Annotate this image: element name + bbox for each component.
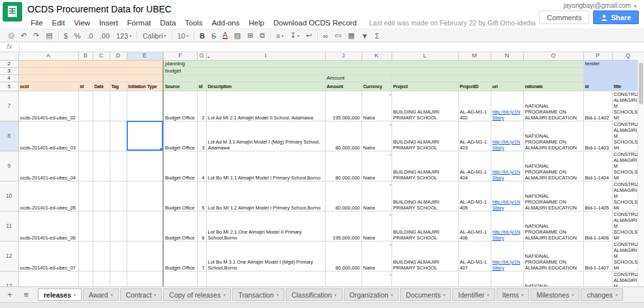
cell-L7[interactable]: BUILDING ALMAJIRI PRIMARY SCHOOL [391,91,458,121]
uri-link[interactable]: http://bit.ly/1NSbsry [493,230,521,240]
cell-M9[interactable]: AL-AD-M1-1 404 [458,151,491,181]
column-header-F[interactable]: F [163,52,197,60]
menu-format[interactable]: Format [123,19,155,27]
cell-J13[interactable]: 80,000,000 [325,271,361,286]
cell-B10[interactable] [78,181,93,211]
cell-K8[interactable]: Naira▾ [361,121,391,151]
cell-F10[interactable]: Budget Office [163,181,197,211]
section-cell[interactable] [18,74,163,82]
sheet-tab-menu-caret[interactable]: ▾ [223,292,225,297]
cell-P8[interactable]: Bid-1-1403 [583,121,612,151]
field-header-initiation_type[interactable]: Initiation Type [127,82,163,91]
menu-insert[interactable]: Insert [95,19,123,27]
field-header-amount[interactable]: Amount [325,82,361,91]
cell-P12[interactable]: Bid-1-1407 [583,241,612,271]
field-header-budget_id[interactable]: id [197,82,206,91]
fill-color-icon[interactable]: ▨ [231,31,244,40]
column-header-M[interactable]: M [458,52,491,60]
cell-B13[interactable] [78,271,93,286]
cell-N8[interactable]: http://bit.ly/1NSbsry [491,121,523,151]
sheet-tab-items[interactable]: Items▾ [497,288,530,301]
cell-E8[interactable] [127,121,163,151]
cell-O12[interactable]: NATIONAL PROGRAMME ON ALMAJIRI EDUCATION [523,241,583,271]
cell-P13[interactable]: Bid-1-1408 [583,271,612,286]
sheet-tab-menu-caret[interactable]: ▾ [277,292,279,297]
redo-icon[interactable]: ↷ [30,31,42,40]
section-header-planning[interactable]: planning [163,60,583,67]
functions-icon[interactable]: Σ [371,31,382,40]
sheet-tab-menu-caret[interactable]: ▾ [572,292,574,297]
cell-J9[interactable]: 80,000,000 [325,151,361,181]
cell-L12[interactable]: BUILDING ALMAJIRI PRIMARY SCHOOL [391,241,458,271]
cell-B11[interactable] [78,211,93,241]
field-header-currency[interactable]: Currency [361,82,391,91]
cell-P10[interactable]: Bid-1-1405 [583,181,612,211]
borders-icon[interactable]: ⊞ [244,31,256,40]
menu-edit[interactable]: Edit [48,19,70,27]
cell-O10[interactable]: NATIONAL PROGRAMME ON ALMAJIRI EDUCATION [523,181,583,211]
column-header-P[interactable]: P [583,52,612,60]
cell-L8[interactable]: BUILDING ALMAJIRI PRIMARY SCHOOL [391,121,458,151]
row-header-10[interactable]: 10 [0,181,18,211]
column-header-K[interactable]: K [361,52,391,60]
row-header-13[interactable]: 13 [0,271,18,286]
sheet-tab-menu-caret[interactable]: ▾ [487,292,489,297]
cell-N7[interactable]: http://bit.ly/1NSbsry [491,91,523,121]
cell-G9[interactable]: 4 [197,151,206,181]
column-header-O[interactable]: O [523,52,583,60]
cell-D7[interactable] [110,91,127,121]
sheet-tab-documents[interactable]: Documents▾ [400,288,451,301]
cell-B9[interactable] [78,151,93,181]
cell-C8[interactable] [93,121,110,151]
sheet-tab-menu-caret[interactable]: ▾ [111,292,113,297]
field-header-ocid[interactable]: ocid [18,82,78,91]
currency-format-icon[interactable]: $ [61,31,71,40]
field-header-tender_id[interactable]: id [583,82,612,91]
undo-icon[interactable]: ↶ [18,31,30,40]
uri-link[interactable]: http://bit.ly/1NSbsry [493,140,521,150]
uri-link[interactable]: http://bit.ly/1NSbsry [493,260,521,270]
field-header-tag[interactable]: Tag [110,82,127,91]
cell-C11[interactable] [93,211,110,241]
horizontal-align-icon[interactable]: ≡▾ [273,31,286,40]
cell-N11[interactable]: http://bit.ly/1NSbsry [491,211,523,241]
cell-C13[interactable] [93,271,110,286]
menu-data[interactable]: Data [155,19,180,27]
cell-K11[interactable]: Naira▾ [361,211,391,241]
cell-K7[interactable]: Naira▾ [361,91,391,121]
cell-E13[interactable] [127,271,163,286]
cell-P11[interactable]: Bid-1-1406 [583,211,612,241]
cell-C7[interactable] [93,91,110,121]
text-wrap-icon[interactable]: ↩ [303,31,315,40]
column-header-A[interactable]: A [18,52,78,60]
sheet-tab-identifier[interactable]: Identifier▾ [452,288,495,301]
row-header-4[interactable]: 4 [0,74,18,82]
cell-E11[interactable] [127,211,163,241]
sheet-tab-menu-caret[interactable]: ▾ [615,292,617,297]
menu-download-ocds-record[interactable]: Download OCDS Record [269,19,361,27]
cell-M12[interactable]: AL-AD-M1-1 407 [458,241,491,271]
sheet-tab-menu-caret[interactable]: ▾ [443,292,445,297]
cell-N12[interactable]: http://bit.ly/1NSbsry [491,241,523,271]
menu-view[interactable]: View [69,19,95,27]
cell-K10[interactable]: Naira▾ [361,181,391,211]
cell-K13[interactable]: Naira▾ [361,271,391,286]
column-header-J[interactable]: J [325,52,361,60]
column-header-B[interactable]: B [78,52,93,60]
cell-O11[interactable]: NATIONAL PROGRAMME ON ALMAJIRI EDUCATION [523,211,583,241]
font-family-select[interactable]: Calibri▾ [139,31,169,40]
section-cell[interactable] [163,74,325,82]
cell-D10[interactable] [110,181,127,211]
menu-tools[interactable]: Tools [181,19,207,27]
insert-link-icon[interactable]: ∞ [320,31,331,40]
cell-F9[interactable]: Budget Office [163,151,197,181]
cell-D12[interactable] [110,241,127,271]
cell-J12[interactable]: 80,000,000 [325,241,361,271]
field-header-source[interactable]: Source [163,82,197,91]
cell-B8[interactable] [78,121,93,151]
cell-N9[interactable]: http://bit.ly/1NSbsry [491,151,523,181]
sheets-logo-icon[interactable] [3,2,22,22]
column-header-G[interactable]: G [197,52,206,60]
row-header-3[interactable]: 3 [0,67,18,74]
row-header-11[interactable]: 11 [0,211,18,241]
